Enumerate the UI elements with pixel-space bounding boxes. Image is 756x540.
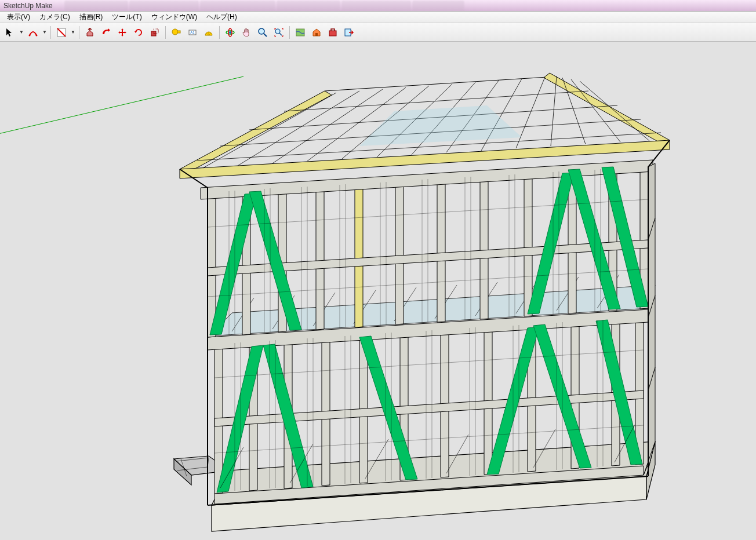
face-style-tool[interactable]: [54, 25, 69, 40]
zoom-tool[interactable]: [255, 25, 270, 40]
svg-rect-6: [177, 31, 180, 33]
scale-icon: [150, 27, 160, 38]
bg-tab: [64, 1, 128, 11]
zoom-extents-icon: [274, 27, 284, 38]
pan-tool[interactable]: [239, 25, 254, 40]
warehouse-icon: [311, 27, 322, 38]
export-tool[interactable]: [341, 25, 357, 40]
toolbar: ▼ ▼ ▼: [0, 23, 756, 42]
chevron-down-icon[interactable]: ▼: [19, 30, 24, 35]
toolbar-separator: [50, 26, 51, 39]
chevron-down-icon[interactable]: ▼: [42, 30, 48, 35]
svg-point-11: [229, 31, 231, 34]
arc-tool[interactable]: [26, 25, 41, 40]
svg-marker-68: [395, 181, 404, 324]
svg-point-0: [29, 34, 31, 36]
extensions-icon: [328, 27, 338, 38]
toolbar-separator: [165, 26, 166, 39]
orbit-icon: [225, 27, 235, 38]
arc-icon: [28, 27, 38, 38]
menu-camera[interactable]: カメラ(C): [35, 11, 75, 23]
background-tabs: [64, 1, 464, 11]
zoom-icon: [257, 27, 268, 38]
extensions-tool[interactable]: [325, 25, 340, 40]
move-icon: [117, 27, 128, 38]
model-canvas: [0, 42, 756, 540]
rotate-icon: [133, 27, 144, 38]
bg-tab: [341, 1, 411, 11]
menu-help[interactable]: ヘルプ(H): [202, 11, 242, 23]
chevron-down-icon[interactable]: ▼: [70, 30, 76, 35]
bg-tab: [412, 1, 464, 11]
orbit-tool[interactable]: [223, 25, 238, 40]
toolbar-separator: [289, 26, 290, 39]
bg-tab: [200, 1, 275, 11]
map-tool[interactable]: [293, 25, 308, 40]
protractor-tool[interactable]: [201, 25, 216, 40]
svg-point-12: [259, 28, 264, 34]
warehouse-tool[interactable]: [309, 25, 324, 40]
protractor-icon: [203, 27, 214, 38]
move-tool[interactable]: [115, 25, 130, 40]
pan-icon: [241, 27, 252, 38]
bg-tab: [277, 1, 340, 11]
select-icon: [5, 27, 15, 38]
svg-marker-71: [524, 174, 532, 316]
svg-text:A1: A1: [190, 31, 195, 34]
face-style-icon: [56, 27, 67, 38]
zoom-extents-tool[interactable]: [271, 25, 286, 40]
menu-tools[interactable]: ツール(T): [107, 11, 146, 23]
map-icon: [295, 27, 306, 38]
svg-marker-67: [355, 184, 363, 327]
svg-marker-70: [480, 177, 488, 319]
menu-window[interactable]: ウィンドウ(W): [147, 11, 202, 23]
pushpull-icon: [85, 27, 95, 38]
dimension-tool[interactable]: A1: [185, 25, 200, 40]
titlebar: SketchUp Make: [0, 0, 756, 12]
menubar: 表示(V) カメラ(C) 描画(R) ツール(T) ウィンドウ(W) ヘルプ(H…: [0, 12, 756, 23]
svg-rect-16: [329, 31, 336, 36]
app-title: SketchUp Make: [3, 2, 53, 10]
tape-tool[interactable]: [169, 25, 184, 40]
svg-point-1: [36, 34, 38, 36]
bg-tab: [129, 1, 199, 11]
scale-tool[interactable]: [147, 25, 162, 40]
pushpull-tool[interactable]: [82, 25, 97, 40]
menu-view[interactable]: 表示(V): [2, 11, 35, 23]
svg-point-13: [275, 29, 280, 34]
viewport-3d[interactable]: [0, 42, 756, 540]
export-icon: [344, 27, 354, 38]
svg-marker-66: [316, 186, 324, 330]
dimension-icon: A1: [187, 27, 198, 38]
rotate-tool[interactable]: [131, 25, 146, 40]
tape-icon: [171, 27, 181, 38]
svg-rect-15: [315, 33, 318, 36]
toolbar-separator: [219, 26, 220, 39]
followme-icon: [101, 27, 111, 38]
menu-draw[interactable]: 描画(R): [75, 11, 108, 23]
followme-tool[interactable]: [99, 25, 114, 40]
svg-marker-69: [437, 179, 445, 322]
select-tool[interactable]: [2, 25, 17, 40]
toolbar-separator: [79, 26, 79, 39]
